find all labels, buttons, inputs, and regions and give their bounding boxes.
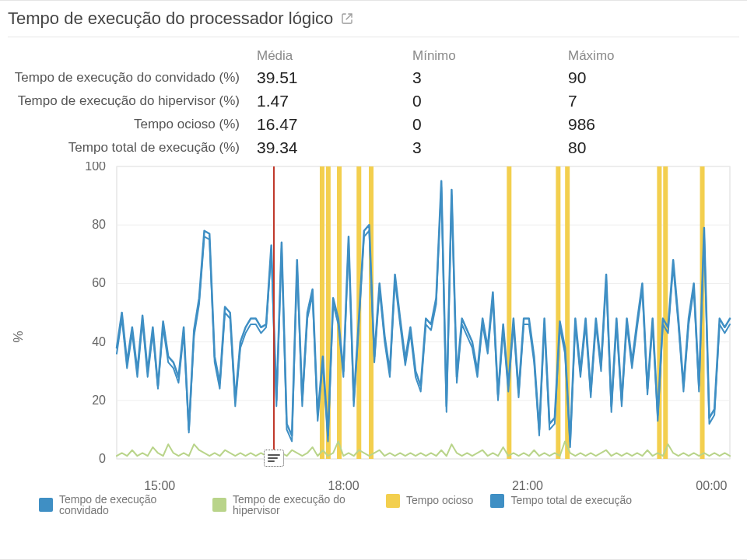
stats-max-0: 90 (568, 68, 724, 87)
note-icon[interactable] (264, 450, 284, 467)
chart-canvas: 020406080100 (8, 162, 739, 481)
stats-table: MédiaMínimoMáximoTempo de execução do co… (8, 37, 739, 162)
stats-min-1: 0 (412, 92, 568, 110)
stats-avg-3: 39.34 (257, 138, 412, 157)
stats-avg-0: 39.51 (257, 68, 412, 87)
stats-min-3: 3 (412, 138, 568, 157)
stats-max-2: 986 (568, 115, 724, 134)
x-tick-0: 15:00 (144, 479, 175, 493)
stats-row-label-1: Tempo de execução do hipervisor (%) (8, 94, 257, 109)
stats-max-1: 7 (568, 92, 724, 110)
x-axis-ticks: 15:0018:0021:0000:00 (8, 479, 739, 495)
y-axis-label: % (11, 331, 26, 342)
chart-legend: Tempo de execução convidadoTempo de exec… (8, 494, 739, 516)
svg-rect-13 (320, 166, 324, 459)
stats-avg-1: 1.47 (257, 92, 412, 110)
svg-text:20: 20 (92, 394, 106, 407)
stats-avg-2: 16.47 (257, 115, 412, 134)
stats-row-label-3: Tempo total de execução (%) (8, 141, 257, 156)
stats-max-3: 80 (568, 138, 724, 157)
legend-item-3[interactable]: Tempo total de execução (490, 494, 632, 508)
svg-text:100: 100 (85, 162, 106, 173)
panel-title: Tempo de execução do processador lógico (8, 9, 333, 29)
x-tick-1: 18:00 (328, 479, 359, 493)
svg-text:0: 0 (99, 452, 106, 465)
svg-text:60: 60 (92, 276, 106, 289)
stats-row-label-0: Tempo de execução do convidado (%) (8, 71, 257, 86)
panel-header: Tempo de execução do processador lógico (8, 5, 739, 37)
legend-item-2[interactable]: Tempo ocioso (386, 494, 473, 508)
svg-text:40: 40 (92, 335, 106, 348)
svg-rect-22 (663, 166, 668, 459)
legend-item-1[interactable]: Tempo de execução do hipervisor (212, 494, 369, 516)
stats-header-0: Média (257, 48, 412, 64)
svg-rect-18 (507, 166, 511, 459)
timeseries-chart[interactable]: 020406080100 % 15:0018:0021:0000:00 Temp… (8, 162, 739, 512)
stats-header-2: Máximo (568, 48, 724, 64)
stats-min-2: 0 (412, 115, 568, 134)
x-tick-2: 21:00 (512, 479, 543, 493)
svg-rect-19 (556, 166, 560, 459)
stats-header-1: Mínimo (412, 48, 568, 64)
external-link-icon[interactable] (341, 12, 353, 25)
legend-item-0[interactable]: Tempo de execução convidado (39, 494, 195, 516)
stats-min-0: 3 (412, 68, 568, 87)
processor-runtime-panel: Tempo de execução do processador lógico … (0, 0, 747, 560)
stats-row-label-2: Tempo ocioso (%) (8, 117, 257, 132)
event-marker[interactable] (273, 166, 275, 459)
x-tick-3: 00:00 (696, 479, 727, 493)
svg-text:80: 80 (92, 218, 106, 231)
